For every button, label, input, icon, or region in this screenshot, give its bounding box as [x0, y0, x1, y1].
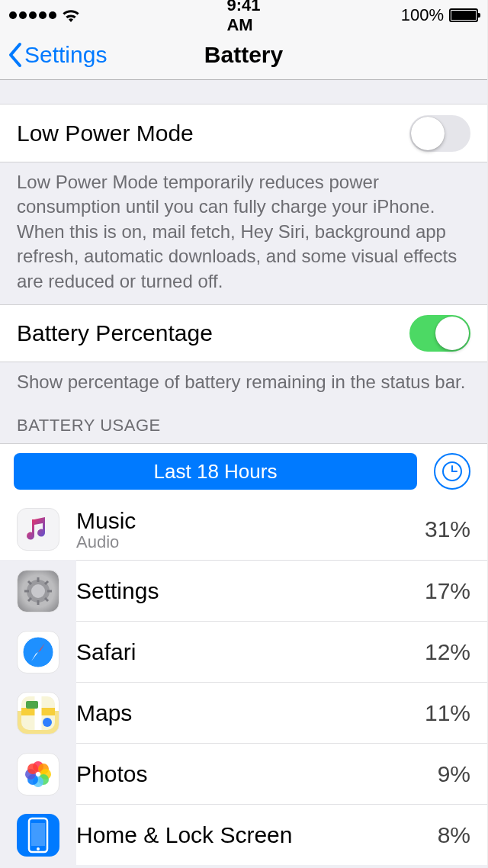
low-power-mode-footer: Low Power Mode temporarily reduces power…	[0, 162, 487, 304]
battery-percentage-footer: Show percentage of battery remaining in …	[0, 362, 487, 397]
usage-row[interactable]: Home & Lock Screen8%	[76, 804, 487, 865]
usage-app-pct: 8%	[409, 822, 470, 848]
svg-line-7	[28, 581, 31, 584]
status-battery-pct: 100%	[401, 5, 444, 25]
clock-icon	[441, 461, 463, 482]
wifi-icon	[62, 8, 80, 22]
usage-row[interactable]: Settings17%	[76, 560, 487, 621]
battery-percentage-toggle[interactable]	[409, 315, 470, 352]
signal-dots-icon	[9, 11, 56, 19]
svg-line-9	[45, 581, 48, 584]
svg-point-19	[43, 718, 52, 727]
usage-app-pct: 9%	[409, 761, 470, 787]
battery-usage-header: BATTERY USAGE	[0, 397, 487, 443]
battery-percentage-row[interactable]: Battery Percentage	[0, 304, 487, 362]
svg-line-8	[45, 598, 48, 601]
usage-list: MusicAudio31%Settings17%Safari12%Maps11%…	[0, 499, 487, 865]
maps-app-icon	[17, 692, 59, 735]
svg-point-30	[37, 847, 40, 850]
usage-app-name: Maps	[76, 700, 393, 725]
safari-app-icon	[17, 631, 59, 674]
music-app-icon	[17, 508, 59, 551]
low-power-mode-label: Low Power Mode	[17, 121, 194, 146]
usage-row[interactable]: Maps11%	[76, 682, 487, 743]
usage-row[interactable]: MusicAudio31%	[0, 499, 487, 560]
low-power-mode-row[interactable]: Low Power Mode	[0, 104, 487, 162]
battery-percentage-label: Battery Percentage	[17, 320, 213, 346]
usage-app-name: Safari	[76, 639, 393, 664]
usage-app-name: Photos	[76, 761, 393, 786]
svg-point-27	[27, 764, 38, 774]
usage-row[interactable]: Safari12%	[76, 621, 487, 682]
svg-rect-29	[31, 823, 45, 846]
settings-app-icon	[17, 570, 59, 612]
usage-segment-last18[interactable]: Last 18 Hours	[14, 453, 417, 490]
nav-bar: Settings Battery	[0, 31, 487, 80]
svg-line-10	[28, 598, 31, 601]
battery-icon	[449, 8, 478, 22]
usage-row[interactable]: Photos9%	[76, 743, 487, 804]
usage-app-pct: 31%	[409, 516, 470, 542]
usage-clock-button[interactable]	[434, 453, 470, 490]
usage-app-pct: 12%	[409, 639, 470, 665]
usage-app-pct: 17%	[409, 578, 470, 604]
usage-app-name: Music	[76, 508, 393, 533]
usage-app-pct: 11%	[409, 700, 470, 726]
back-button[interactable]: Settings	[8, 42, 107, 68]
usage-segment-row: Last 18 Hours	[0, 443, 487, 499]
status-bar: 9:41 AM 100%	[0, 0, 487, 31]
svg-point-2	[31, 584, 45, 598]
usage-app-name: Home & Lock Screen	[76, 822, 393, 847]
low-power-mode-toggle[interactable]	[409, 115, 470, 152]
home-app-icon	[17, 814, 59, 857]
usage-app-sub: Audio	[76, 533, 393, 551]
svg-rect-18	[26, 701, 38, 709]
back-label: Settings	[24, 42, 107, 68]
chevron-left-icon	[8, 42, 23, 68]
photos-app-icon	[17, 753, 59, 796]
usage-app-name: Settings	[76, 578, 393, 603]
